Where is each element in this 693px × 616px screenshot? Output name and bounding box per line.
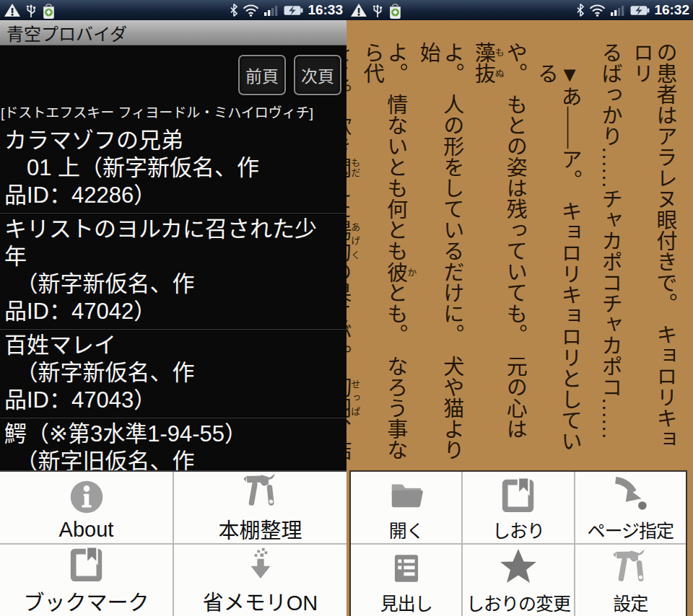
list-item[interactable]: 鰐（※第3水準1-94-55） （新字旧仮名、作: [0, 417, 346, 470]
warning-icon: [4, 3, 21, 17]
bluetooth-icon: [576, 3, 585, 17]
dual-screenshot: 16:33 青空プロバイダ 前頁 次頁 [ドストエフスキー フィヨードル・ミハイ…: [0, 0, 693, 616]
market-icon: [41, 2, 56, 19]
list-item[interactable]: 百姓マレイ （新字新仮名、作 品ID：47043）: [0, 328, 346, 417]
download-icon: [242, 545, 279, 584]
battery-charging-icon: [630, 4, 650, 17]
menu-item-ページ指定[interactable]: ページ指定: [575, 472, 686, 543]
menu-item-About[interactable]: About: [0, 472, 173, 543]
options-menu-right-frame: 開くしおりページ指定見出ししおりの変更設定: [346, 470, 693, 616]
text-column: よ。 人の形をしているだけに。 犬や猫より始: [417, 42, 471, 470]
bookmark-icon: [499, 472, 538, 514]
next-page-button[interactable]: 次頁: [294, 55, 341, 95]
book-list-content: 前頁 次頁 [ドストエフスキー フィヨードル・ミハイロヴィチ] カラマゾフの兄弟…: [0, 45, 346, 470]
market-icon: [388, 2, 403, 19]
menu-item-本棚整理[interactable]: 本棚整理: [174, 472, 346, 543]
usb-icon: [372, 2, 383, 18]
menu-item-label: 開く: [389, 516, 424, 542]
outline-icon: [388, 545, 424, 587]
menu-item-label: ページ指定: [588, 516, 674, 542]
page-nav: 前頁 次頁: [0, 45, 346, 100]
panel-reader: 16:32 の患者はアラレヌ眼付きで。 キョロリキョロリるばっかり……チャカポコ…: [346, 0, 693, 616]
list-item[interactable]: カラマゾフの兄弟 01 上（新字新仮名、作 品ID：42286）: [0, 124, 346, 212]
menu-item-label: 設定: [613, 589, 648, 615]
signal-icon: [263, 4, 279, 16]
menu-item-設定[interactable]: 設定: [575, 545, 686, 616]
clock: 16:32: [654, 2, 689, 18]
menu-item-label: 本棚整理: [218, 514, 302, 543]
list-item[interactable]: キリストのヨルカに召された少 年 （新字新仮名、作 品ID：47042）: [0, 212, 346, 328]
bluetooth-icon: [230, 3, 238, 17]
folder-icon: [385, 472, 427, 514]
bookmark-icon: [67, 545, 106, 584]
text-column: ▼あ――ア。 キョロリキョロリとしている: [534, 42, 589, 470]
menu-item-見出し[interactable]: 見出し: [351, 545, 461, 616]
menu-item-label: 見出し: [380, 589, 432, 615]
menu-item-しおり[interactable]: しおり: [463, 472, 573, 543]
warning-icon: [350, 3, 367, 17]
options-menu-left: About本棚整理ブックマーク省メモリON: [0, 470, 346, 616]
info-icon: [68, 474, 105, 516]
text-column: をと。 歎き悶もだえた揚句あげくの果てが。 切羽せっぱ、詰ま: [346, 42, 360, 470]
star-icon: [497, 545, 539, 587]
author-name: [ドストエフスキー フィヨードル・ミハイロヴィチ]: [0, 100, 346, 124]
text-column: の患者はアラレヌ眼付きで。 キョロリキョロリ: [629, 42, 684, 470]
panel-book-list: 16:33 青空プロバイダ 前頁 次頁 [ドストエフスキー フィヨードル・ミハイ…: [0, 0, 346, 616]
status-bar: 16:33: [0, 0, 346, 20]
prev-page-button[interactable]: 前頁: [238, 55, 286, 95]
options-menu-right: 開くしおりページ指定見出ししおりの変更設定: [349, 470, 687, 616]
battery-charging-icon: [284, 4, 303, 17]
app-title: 青空プロバイダ: [6, 20, 127, 45]
text-column: よ。 情ないとも何とも彼かとも。 なろう事なら代: [360, 42, 417, 470]
settings-icon: [610, 545, 650, 587]
menu-item-label: About: [59, 518, 114, 542]
status-bar: 16:32: [346, 0, 693, 20]
menu-item-label: ブックマーク: [23, 586, 149, 616]
signal-icon: [610, 4, 626, 16]
menu-item-ブックマーク[interactable]: ブックマーク: [0, 545, 173, 616]
wifi-icon: [589, 4, 606, 17]
menu-item-省メモリON[interactable]: 省メモリON: [174, 545, 346, 616]
menu-item-label: しおり: [492, 516, 544, 542]
usb-icon: [26, 2, 36, 18]
menu-item-label: しおりの変更: [466, 589, 570, 615]
book-list: カラマゾフの兄弟 01 上（新字新仮名、作 品ID：42286）キリストのヨルカ…: [0, 124, 346, 470]
app-title-bar: 青空プロバイダ: [0, 20, 346, 45]
clock: 16:33: [308, 2, 343, 18]
menu-item-しおりの変更[interactable]: しおりの変更: [463, 545, 573, 616]
text-column: や。 もとの姿は残っていても。 元の心は藻抜もぬ: [471, 42, 534, 470]
wifi-icon: [243, 4, 259, 17]
page-jump-icon: [611, 472, 650, 514]
text-column: るばっかり……チャカポコチャカポコ……: [589, 42, 629, 470]
reader-page[interactable]: の患者はアラレヌ眼付きで。 キョロリキョロリるばっかり……チャカポコチャカポコ……: [346, 20, 693, 470]
menu-item-label: 省メモリON: [203, 586, 318, 616]
tools-icon: [240, 472, 281, 511]
menu-item-開く[interactable]: 開く: [351, 472, 461, 543]
